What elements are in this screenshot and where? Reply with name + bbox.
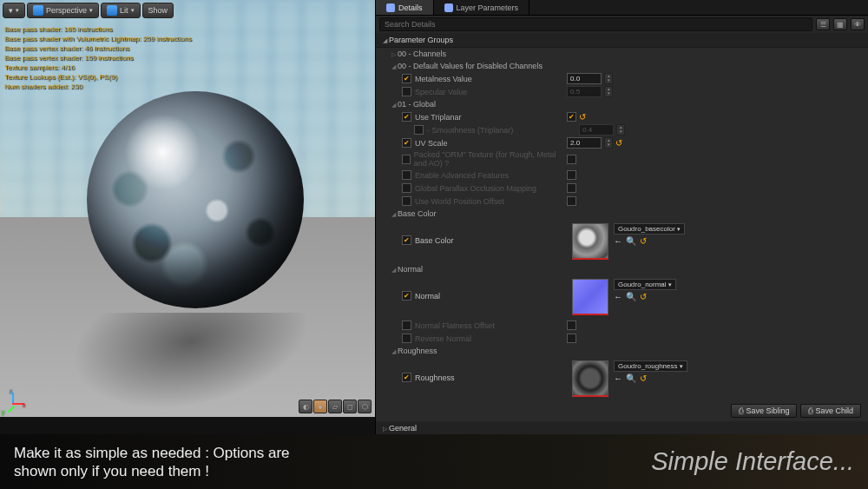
- caption-left: Make it as simple as needed : Options ar…: [14, 444, 290, 480]
- roughness-browse-button[interactable]: 🔍: [626, 373, 636, 383]
- roughness-reset[interactable]: ↺: [640, 373, 647, 383]
- caption-bar: Make it as simple as needed : Options ar…: [0, 434, 868, 489]
- preview-sphere[interactable]: [87, 91, 304, 308]
- packed-value-checkbox[interactable]: [567, 155, 576, 164]
- viewport-shape-buttons: ◐ ● ▱ ◻ ⬡: [299, 400, 372, 413]
- tab-layer-parameters[interactable]: Layer Parameters: [434, 0, 530, 15]
- uvscale-input[interactable]: 2.0: [567, 137, 602, 149]
- axis-gizmo[interactable]: z x y: [5, 391, 26, 412]
- parallax-value-checkbox[interactable]: [567, 183, 576, 193]
- perspective-button[interactable]: Perspective: [27, 3, 99, 18]
- normal-use-button[interactable]: ←: [614, 292, 622, 301]
- shape-plane-button[interactable]: ▱: [328, 400, 342, 413]
- viewport-toolbar: ▾ Perspective Lit Show: [3, 3, 174, 18]
- metalness-input[interactable]: 0.0: [567, 73, 602, 84]
- triplanar-checkbox[interactable]: [402, 112, 411, 122]
- wpo-value-checkbox[interactable]: [567, 196, 576, 206]
- group-roughness[interactable]: Roughness: [376, 345, 868, 357]
- section-general[interactable]: General: [376, 421, 868, 434]
- specular-input[interactable]: 0.5: [567, 86, 602, 97]
- flatness-checkbox[interactable]: [402, 320, 411, 330]
- smoothness-input[interactable]: 0.4: [579, 124, 614, 135]
- uvscale-spinner[interactable]: [604, 137, 613, 149]
- search-input[interactable]: [379, 17, 812, 31]
- advanced-checkbox[interactable]: [402, 170, 411, 180]
- group-global[interactable]: 01 - Global: [376, 98, 868, 110]
- tab-details[interactable]: Details: [376, 0, 434, 15]
- viewport-menu-button[interactable]: ▾: [3, 3, 25, 18]
- normal-texture-dropdown[interactable]: Goudro_normal: [614, 279, 676, 290]
- flatness-value-checkbox[interactable]: [567, 320, 576, 330]
- normal-reset[interactable]: ↺: [640, 292, 647, 301]
- group-channels[interactable]: 00 - Channels: [376, 48, 868, 60]
- roughness-thumbnail[interactable]: [572, 360, 608, 397]
- wpo-checkbox[interactable]: [402, 196, 411, 206]
- filter-button[interactable]: ☰: [816, 18, 830, 30]
- shape-custom-button[interactable]: ⬡: [358, 400, 372, 413]
- basecolor-browse-button[interactable]: 🔍: [626, 236, 636, 246]
- normal-checkbox[interactable]: [402, 291, 411, 301]
- basecolor-texture-dropdown[interactable]: Goudro_basecolor: [614, 223, 685, 235]
- details-panel: Details Layer Parameters ☰ ▦ 👁 Parameter…: [375, 0, 868, 434]
- save-sibling-button[interactable]: ⎙ Save Sibling: [731, 404, 797, 418]
- basecolor-thumbnail[interactable]: [572, 223, 608, 260]
- shape-sphere-button[interactable]: ●: [313, 400, 327, 413]
- shape-cube-button[interactable]: ◻: [343, 400, 357, 413]
- reverse-value-checkbox[interactable]: [567, 334, 576, 343]
- shape-cylinder-button[interactable]: ◐: [299, 400, 312, 413]
- basecolor-reset[interactable]: ↺: [640, 236, 647, 246]
- save-child-button[interactable]: ⎙ Save Child: [800, 404, 861, 418]
- specular-checkbox[interactable]: [402, 87, 411, 96]
- uvscale-checkbox[interactable]: [402, 138, 411, 148]
- roughness-use-button[interactable]: ←: [614, 373, 622, 383]
- advanced-value-checkbox[interactable]: [567, 170, 576, 180]
- lit-button[interactable]: Lit: [101, 3, 141, 18]
- group-defaults[interactable]: 00 - Default Values for Disabled Channel…: [376, 60, 868, 72]
- perspective-icon: [33, 5, 43, 16]
- metalness-spinner[interactable]: [604, 73, 613, 84]
- roughness-checkbox[interactable]: [402, 373, 411, 382]
- details-icon: [386, 3, 395, 12]
- normal-browse-button[interactable]: 🔍: [626, 292, 636, 301]
- smoothness-spinner[interactable]: [616, 124, 625, 135]
- section-parameter-groups[interactable]: Parameter Groups: [376, 33, 868, 48]
- smoothness-checkbox[interactable]: [414, 125, 424, 135]
- lit-icon: [107, 5, 117, 16]
- reverse-normal-checkbox[interactable]: [402, 334, 411, 343]
- eye-toggle-button[interactable]: 👁: [851, 18, 865, 30]
- triplanar-reset[interactable]: ↺: [579, 112, 586, 122]
- normal-thumbnail[interactable]: [572, 279, 608, 315]
- show-button[interactable]: Show: [142, 3, 174, 18]
- group-normal[interactable]: Normal: [376, 263, 868, 275]
- uvscale-reset[interactable]: ↺: [615, 138, 622, 148]
- group-basecolor[interactable]: Base Color: [376, 208, 868, 220]
- specular-spinner[interactable]: [604, 86, 613, 97]
- view-grid-button[interactable]: ▦: [833, 18, 847, 30]
- basecolor-use-button[interactable]: ←: [614, 236, 622, 246]
- metalness-checkbox[interactable]: [402, 74, 411, 83]
- basecolor-checkbox[interactable]: [402, 235, 411, 245]
- triplanar-value-checkbox[interactable]: [567, 112, 576, 122]
- layer-icon: [444, 3, 453, 12]
- caption-right: Simple Interface...: [651, 447, 854, 476]
- parallax-checkbox[interactable]: [402, 183, 411, 193]
- shader-info: Base pass shader: 165 instructions Base …: [4, 24, 192, 91]
- roughness-texture-dropdown[interactable]: Goudro_roughness: [614, 360, 687, 372]
- packed-checkbox[interactable]: [402, 155, 411, 164]
- sphere-shadow: [38, 313, 352, 408]
- viewport[interactable]: ▾ Perspective Lit Show Base pass shader:…: [0, 0, 375, 417]
